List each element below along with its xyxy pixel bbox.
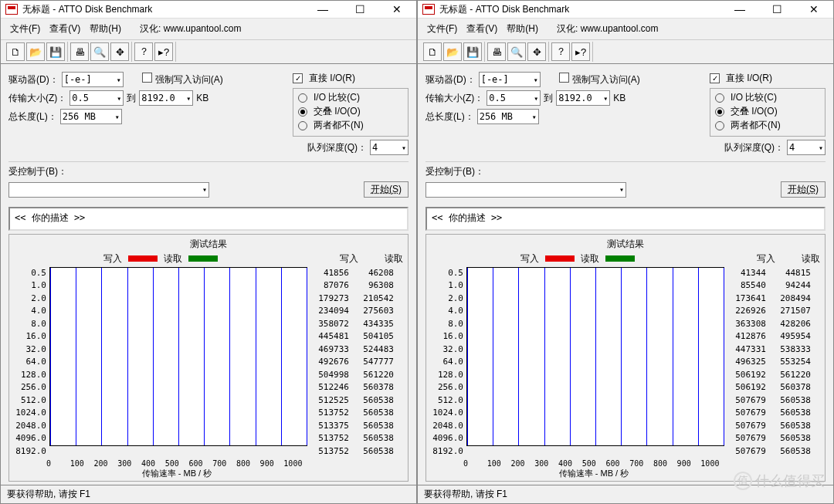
app-icon	[422, 4, 435, 15]
io-mode-group: I/O 比较(C) 交叠 I/O(O) 两者都不(N)	[293, 88, 409, 137]
xfer-max-combo[interactable]: 8192.0	[139, 90, 193, 106]
toolbar: 🗋📂💾 🖶🔍✥ ？▸?	[418, 39, 833, 64]
help-icon[interactable]: ？	[551, 42, 570, 61]
menu-localize: 汉化: www.upantool.com	[137, 21, 244, 37]
move-icon[interactable]: ✥	[527, 42, 546, 61]
description-area[interactable]: << 你的描述 >>	[425, 207, 826, 230]
bar-chart	[49, 267, 307, 446]
open-icon[interactable]: 📂	[26, 42, 45, 61]
direct-io-checkbox[interactable]	[710, 73, 720, 83]
drive-label: 驱动器(D)：	[8, 73, 59, 86]
total-len-label: 总长度(L)：	[425, 110, 474, 123]
direct-io-checkbox[interactable]	[293, 73, 303, 83]
bar-chart	[466, 267, 724, 446]
x-axis-title: 传输速率 - MB / 秒	[46, 468, 307, 479]
window-title: 无标题 - ATTO Disk Benchmark	[22, 3, 311, 16]
menu-bar: 文件(F) 查看(V) 帮助(H) 汉化: www.upantool.com	[418, 19, 833, 39]
force-write-label: 强制写入访问(A)	[572, 74, 640, 85]
menu-view[interactable]: 查看(V)	[46, 21, 83, 37]
neither-radio[interactable]	[715, 121, 724, 130]
controlled-by-combo[interactable]	[8, 182, 209, 198]
start-button[interactable]: 开始(S)	[781, 181, 826, 198]
overlap-io-radio[interactable]	[298, 107, 307, 117]
neither-radio[interactable]	[298, 121, 307, 130]
menu-file[interactable]: 文件(F)	[7, 21, 43, 37]
direct-io-label: 直接 I/O(R)	[726, 72, 772, 85]
close-button[interactable]: ✕	[385, 3, 409, 15]
total-len-combo[interactable]: 256 MB	[477, 109, 539, 124]
toolbar: 🗋📂💾 🖶🔍✥ ？▸?	[1, 39, 416, 64]
menu-bar: 文件(F) 查看(V) 帮助(H) 汉化: www.upantool.com	[1, 19, 416, 39]
context-help-icon[interactable]: ▸?	[571, 42, 590, 61]
title-bar: 无标题 - ATTO Disk Benchmark — ☐ ✕	[1, 1, 416, 19]
queue-depth-combo[interactable]: 4	[370, 140, 409, 155]
menu-localize: 汉化: www.upantool.com	[554, 21, 661, 37]
app-icon	[5, 4, 18, 15]
results-values: 4185646208870769630817927321054223409427…	[312, 267, 403, 458]
drive-combo[interactable]: [-e-]	[479, 72, 541, 87]
title-bar: 无标题 - ATTO Disk Benchmark — ☐ ✕	[418, 1, 833, 19]
print-icon[interactable]: 🖶	[70, 42, 89, 61]
maximize-button[interactable]: ☐	[765, 3, 788, 15]
minimize-button[interactable]: —	[311, 3, 334, 15]
read-swatch	[188, 255, 218, 262]
new-icon[interactable]: 🗋	[6, 42, 25, 61]
menu-help[interactable]: 帮助(H)	[86, 21, 124, 37]
new-icon[interactable]: 🗋	[423, 42, 442, 61]
xfer-max-combo[interactable]: 8192.0	[556, 90, 610, 106]
x-axis-title: 传输速率 - MB / 秒	[463, 468, 724, 479]
description-area[interactable]: << 你的描述 >>	[8, 207, 409, 230]
direct-io-label: 直接 I/O(R)	[309, 72, 355, 85]
print-icon[interactable]: 🖶	[487, 42, 506, 61]
drive-combo[interactable]: [-e-]	[62, 72, 124, 87]
read-swatch	[605, 255, 635, 262]
menu-file[interactable]: 文件(F)	[424, 21, 460, 37]
write-swatch	[545, 255, 575, 262]
force-write-checkbox[interactable]	[559, 73, 569, 83]
results-title: 测试结果	[431, 238, 820, 251]
force-write-label: 强制写入访问(A)	[155, 74, 223, 85]
write-swatch	[128, 255, 158, 262]
io-compare-radio[interactable]	[715, 93, 724, 103]
preview-icon[interactable]: 🔍	[90, 42, 109, 61]
force-write-checkbox[interactable]	[142, 73, 152, 83]
menu-help[interactable]: 帮助(H)	[503, 21, 541, 37]
results-values: 4134444815855409424417364120849422692627…	[729, 267, 820, 458]
queue-depth-label: 队列深度(Q)：	[307, 141, 367, 154]
results-title: 测试结果	[14, 238, 403, 251]
start-button[interactable]: 开始(S)	[364, 181, 409, 198]
move-icon[interactable]: ✥	[110, 42, 129, 61]
window-title: 无标题 - ATTO Disk Benchmark	[439, 3, 728, 16]
queue-depth-label: 队列深度(Q)：	[724, 141, 784, 154]
context-help-icon[interactable]: ▸?	[154, 42, 173, 61]
x-axis-ticks: 01002003004005006007008009001000	[463, 459, 724, 468]
save-icon[interactable]: 💾	[463, 42, 482, 61]
minimize-button[interactable]: —	[728, 3, 751, 15]
close-button[interactable]: ✕	[802, 3, 826, 15]
xfer-min-combo[interactable]: 0.5	[486, 90, 541, 106]
drive-label: 驱动器(D)：	[425, 73, 476, 86]
results-panel: 测试结果 写入读取 0.51.02.04.08.016.032.064.0128…	[425, 234, 826, 482]
preview-icon[interactable]: 🔍	[507, 42, 526, 61]
io-compare-radio[interactable]	[298, 93, 307, 103]
controlled-by-combo[interactable]	[425, 182, 626, 198]
xfer-min-combo[interactable]: 0.5	[70, 90, 124, 106]
xfer-label: 传输大小(Z)：	[8, 92, 66, 105]
total-len-combo[interactable]: 256 MB	[60, 109, 122, 124]
save-icon[interactable]: 💾	[46, 42, 65, 61]
status-bar: 要获得帮助, 请按 F1	[418, 485, 833, 503]
menu-view[interactable]: 查看(V)	[463, 21, 500, 37]
controlled-by-label: 受控制于(B)：	[425, 165, 484, 178]
total-len-label: 总长度(L)：	[8, 110, 57, 123]
xfer-label: 传输大小(Z)：	[425, 92, 483, 105]
controlled-by-label: 受控制于(B)：	[8, 165, 67, 178]
status-bar: 要获得帮助, 请按 F1	[1, 485, 416, 503]
y-axis-labels: 0.51.02.04.08.016.032.064.0128.0256.0512…	[14, 267, 46, 458]
open-icon[interactable]: 📂	[443, 42, 462, 61]
x-axis-ticks: 01002003004005006007008009001000	[46, 459, 307, 468]
help-icon[interactable]: ？	[134, 42, 153, 61]
y-axis-labels: 0.51.02.04.08.016.032.064.0128.0256.0512…	[431, 267, 463, 458]
queue-depth-combo[interactable]: 4	[787, 140, 826, 155]
maximize-button[interactable]: ☐	[348, 3, 371, 15]
overlap-io-radio[interactable]	[715, 107, 724, 117]
